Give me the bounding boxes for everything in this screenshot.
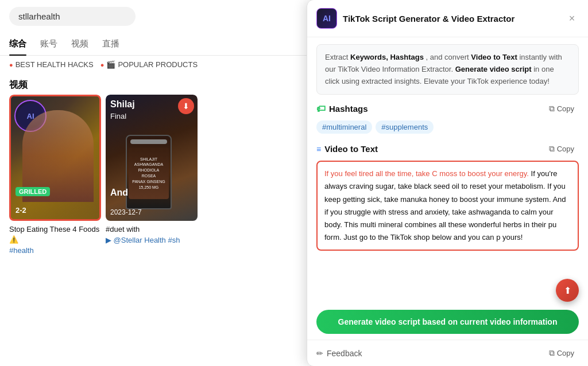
videos-grid: AI GRILLED 2-2 Stop Eating These 4 Foods… <box>0 95 310 255</box>
extension-description: Extract Keywords, Hashtags , and convert… <box>316 44 579 95</box>
video-text-copy-button[interactable]: ⧉ Copy <box>544 142 579 156</box>
highlighted-text: If you feel tired all the time, take C m… <box>324 169 529 178</box>
tabs-row: 综合 账号 视频 直播 <box>0 33 310 56</box>
hashtags-copy-button[interactable]: ⧉ Copy <box>544 102 579 116</box>
video-to-text-section: ≡ Video to Text ⧉ Copy If you feel tired… <box>316 142 579 251</box>
video-tag-2[interactable]: ▶ @Stellar Health #sh <box>106 236 198 244</box>
close-button[interactable]: × <box>565 11 579 25</box>
dot-icon: ● <box>9 61 13 68</box>
category-best-health: ● BEST HEALTH HACKS <box>9 60 94 69</box>
copy-icon-3: ⧉ <box>549 348 555 358</box>
video-tag-1[interactable]: #health <box>9 246 101 255</box>
video-counter: 2-2 <box>16 206 26 215</box>
rest-text: If you're always craving sugar, take bla… <box>324 169 566 241</box>
video-thumbnail-2: ⬇ Shilaj Final SHILAJITASHWAGANDARHODIOL… <box>106 95 198 221</box>
tab-视频[interactable]: 视频 <box>71 33 88 55</box>
hashtag-icon: 🏷 <box>316 104 326 114</box>
final-label: Final <box>110 112 126 120</box>
copy-icon-2: ⧉ <box>549 144 555 154</box>
feedback-link[interactable]: ✏ Feedback <box>316 349 362 358</box>
left-panel: 综合 账号 视频 直播 ● BEST HEALTH HACKS ● 🎬 POPU… <box>0 0 310 366</box>
hashtags-section: 🏷 Hashtags ⧉ Copy #multimineral #supplem… <box>316 102 579 134</box>
hashtag-supplements[interactable]: #supplements <box>376 120 434 134</box>
hashtags-label: 🏷 Hashtags <box>316 104 368 114</box>
extension-content: 🏷 Hashtags ⧉ Copy #multimineral #supplem… <box>307 102 588 279</box>
search-input[interactable] <box>9 7 136 26</box>
video-text-content: If you feel tired all the time, take C m… <box>316 161 579 251</box>
video-thumbnail-1: AI GRILLED 2-2 <box>9 95 101 221</box>
fab-button[interactable]: ⬆ <box>556 279 579 302</box>
video-desc-1: Stop Eating These 4 Foods ⚠️ <box>9 221 101 246</box>
tab-直播[interactable]: 直播 <box>102 33 119 55</box>
copy-icon: ⧉ <box>549 104 555 114</box>
hashtags-row: #multimineral #supplements <box>316 120 579 134</box>
and-label: And <box>110 188 128 198</box>
video-card-1[interactable]: AI GRILLED 2-2 Stop Eating These 4 Foods… <box>9 95 101 255</box>
dot-icon: ● <box>100 61 105 68</box>
feedback-icon: ✏ <box>316 349 323 358</box>
extension-icon: AI <box>316 8 337 29</box>
extension-header: AI TikTok Script Generator & Video Extra… <box>307 0 588 37</box>
download-icon: ⬇ <box>178 98 194 114</box>
tab-综合[interactable]: 综合 <box>9 33 26 55</box>
video-to-text-header: ≡ Video to Text ⧉ Copy <box>316 142 579 156</box>
shilaj-label: Shilaj <box>110 99 135 110</box>
video-card-2[interactable]: ⬇ Shilaj Final SHILAJITASHWAGANDARHODIOL… <box>106 95 198 255</box>
footer-copy-button[interactable]: ⧉ Copy <box>544 346 579 360</box>
category-bar: ● BEST HEALTH HACKS ● 🎬 POPULAR PRODUCTS <box>0 56 310 73</box>
search-bar <box>0 0 310 33</box>
video-date: 2023-12-7 <box>110 208 142 216</box>
category-popular-products: ● 🎬 POPULAR PRODUCTS <box>100 60 198 69</box>
video-text-icon: ≡ <box>316 145 321 154</box>
video-to-text-label: ≡ Video to Text <box>316 144 378 154</box>
video-desc-2: #duet with <box>106 221 198 236</box>
extension-title: TikTok Script Generator & Video Extracto… <box>343 14 559 24</box>
generate-button[interactable]: Generate video script based on current v… <box>316 310 579 334</box>
hashtags-header: 🏷 Hashtags ⧉ Copy <box>316 102 579 116</box>
hashtag-multimineral[interactable]: #multimineral <box>316 120 372 134</box>
section-title: 视频 <box>0 73 310 95</box>
grilled-badge: GRILLED <box>16 187 50 196</box>
extension-footer: ✏ Feedback ⧉ Copy <box>307 340 588 366</box>
tab-账号[interactable]: 账号 <box>40 33 57 55</box>
extension-popup: AI TikTok Script Generator & Video Extra… <box>307 0 588 366</box>
